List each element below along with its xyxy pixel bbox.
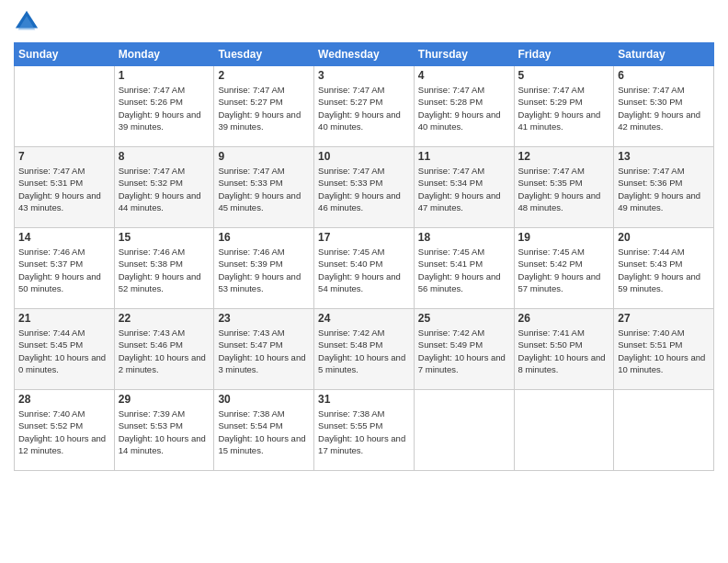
day-number: 24 (318, 312, 410, 325)
calendar-cell: 3Sunrise: 7:47 AMSunset: 5:27 PMDaylight… (314, 66, 415, 147)
day-number: 2 (218, 69, 310, 82)
cell-info: Sunrise: 7:47 AMSunset: 5:26 PMDaylight:… (119, 84, 210, 132)
day-number: 8 (119, 150, 210, 163)
calendar-cell: 31Sunrise: 7:38 AMSunset: 5:55 PMDayligh… (314, 390, 415, 471)
cell-info: Sunrise: 7:38 AMSunset: 5:54 PMDaylight:… (218, 408, 310, 456)
day-number: 22 (119, 312, 210, 325)
header (14, 9, 714, 35)
cell-info: Sunrise: 7:47 AMSunset: 5:29 PMDaylight:… (518, 84, 610, 132)
header-day-saturday: Saturday (614, 43, 714, 66)
day-number: 3 (318, 69, 410, 82)
page: SundayMondayTuesdayWednesdayThursdayFrid… (0, 0, 728, 563)
cell-info: Sunrise: 7:38 AMSunset: 5:55 PMDaylight:… (318, 408, 410, 456)
day-number: 12 (518, 150, 610, 163)
calendar-cell: 23Sunrise: 7:43 AMSunset: 5:47 PMDayligh… (214, 309, 314, 390)
week-row-2: 14Sunrise: 7:46 AMSunset: 5:37 PMDayligh… (15, 228, 714, 309)
cell-info: Sunrise: 7:47 AMSunset: 5:32 PMDaylight:… (119, 165, 210, 213)
cell-info: Sunrise: 7:45 AMSunset: 5:40 PMDaylight:… (318, 246, 410, 294)
day-number: 16 (218, 231, 310, 244)
calendar-cell: 21Sunrise: 7:44 AMSunset: 5:45 PMDayligh… (15, 309, 115, 390)
cell-info: Sunrise: 7:46 AMSunset: 5:39 PMDaylight:… (218, 246, 310, 294)
week-row-3: 21Sunrise: 7:44 AMSunset: 5:45 PMDayligh… (15, 309, 714, 390)
calendar-cell: 4Sunrise: 7:47 AMSunset: 5:28 PMDaylight… (414, 66, 514, 147)
cell-info: Sunrise: 7:45 AMSunset: 5:41 PMDaylight:… (418, 246, 510, 294)
day-number: 17 (318, 231, 410, 244)
header-day-thursday: Thursday (414, 43, 514, 66)
header-row: SundayMondayTuesdayWednesdayThursdayFrid… (15, 43, 714, 66)
calendar-table: SundayMondayTuesdayWednesdayThursdayFrid… (14, 42, 714, 471)
calendar-cell: 22Sunrise: 7:43 AMSunset: 5:46 PMDayligh… (114, 309, 214, 390)
calendar-cell: 1Sunrise: 7:47 AMSunset: 5:26 PMDaylight… (114, 66, 214, 147)
cell-info: Sunrise: 7:40 AMSunset: 5:52 PMDaylight:… (18, 408, 110, 456)
day-number: 27 (618, 312, 710, 325)
cell-info: Sunrise: 7:47 AMSunset: 5:31 PMDaylight:… (18, 165, 110, 213)
calendar-cell: 24Sunrise: 7:42 AMSunset: 5:48 PMDayligh… (314, 309, 415, 390)
cell-info: Sunrise: 7:46 AMSunset: 5:37 PMDaylight:… (18, 246, 110, 294)
cell-info: Sunrise: 7:47 AMSunset: 5:36 PMDaylight:… (618, 165, 710, 213)
week-row-0: 1Sunrise: 7:47 AMSunset: 5:26 PMDaylight… (15, 66, 714, 147)
calendar-cell: 8Sunrise: 7:47 AMSunset: 5:32 PMDaylight… (114, 147, 214, 228)
day-number: 7 (18, 150, 110, 163)
calendar-cell: 26Sunrise: 7:41 AMSunset: 5:50 PMDayligh… (514, 309, 614, 390)
day-number: 13 (618, 150, 710, 163)
calendar-cell (514, 390, 614, 471)
day-number: 18 (418, 231, 510, 244)
day-number: 6 (618, 69, 710, 82)
week-row-1: 7Sunrise: 7:47 AMSunset: 5:31 PMDaylight… (15, 147, 714, 228)
calendar-cell: 13Sunrise: 7:47 AMSunset: 5:36 PMDayligh… (614, 147, 714, 228)
cell-info: Sunrise: 7:47 AMSunset: 5:27 PMDaylight:… (218, 84, 310, 132)
day-number: 21 (18, 312, 110, 325)
calendar-cell: 19Sunrise: 7:45 AMSunset: 5:42 PMDayligh… (514, 228, 614, 309)
calendar-cell (414, 390, 514, 471)
day-number: 28 (18, 393, 110, 406)
day-number: 19 (518, 231, 610, 244)
cell-info: Sunrise: 7:43 AMSunset: 5:47 PMDaylight:… (218, 327, 310, 375)
calendar-cell: 12Sunrise: 7:47 AMSunset: 5:35 PMDayligh… (514, 147, 614, 228)
calendar-cell: 14Sunrise: 7:46 AMSunset: 5:37 PMDayligh… (15, 228, 115, 309)
logo-icon (14, 9, 40, 35)
calendar-cell: 6Sunrise: 7:47 AMSunset: 5:30 PMDaylight… (614, 66, 714, 147)
calendar-cell: 28Sunrise: 7:40 AMSunset: 5:52 PMDayligh… (15, 390, 115, 471)
header-day-wednesday: Wednesday (314, 43, 415, 66)
day-number: 11 (418, 150, 510, 163)
cell-info: Sunrise: 7:43 AMSunset: 5:46 PMDaylight:… (119, 327, 210, 375)
cell-info: Sunrise: 7:47 AMSunset: 5:33 PMDaylight:… (318, 165, 410, 213)
day-number: 10 (318, 150, 410, 163)
calendar-cell: 29Sunrise: 7:39 AMSunset: 5:53 PMDayligh… (114, 390, 214, 471)
cell-info: Sunrise: 7:40 AMSunset: 5:51 PMDaylight:… (618, 327, 710, 375)
calendar-cell: 25Sunrise: 7:42 AMSunset: 5:49 PMDayligh… (414, 309, 514, 390)
cell-info: Sunrise: 7:45 AMSunset: 5:42 PMDaylight:… (518, 246, 610, 294)
calendar-cell: 20Sunrise: 7:44 AMSunset: 5:43 PMDayligh… (614, 228, 714, 309)
calendar-cell: 2Sunrise: 7:47 AMSunset: 5:27 PMDaylight… (214, 66, 314, 147)
cell-info: Sunrise: 7:46 AMSunset: 5:38 PMDaylight:… (119, 246, 210, 294)
calendar-cell: 5Sunrise: 7:47 AMSunset: 5:29 PMDaylight… (514, 66, 614, 147)
cell-info: Sunrise: 7:41 AMSunset: 5:50 PMDaylight:… (518, 327, 610, 375)
cell-info: Sunrise: 7:47 AMSunset: 5:28 PMDaylight:… (418, 84, 510, 132)
logo (14, 9, 43, 35)
header-day-tuesday: Tuesday (214, 43, 314, 66)
cell-info: Sunrise: 7:42 AMSunset: 5:49 PMDaylight:… (418, 327, 510, 375)
calendar-cell: 15Sunrise: 7:46 AMSunset: 5:38 PMDayligh… (114, 228, 214, 309)
day-number: 9 (218, 150, 310, 163)
calendar-cell: 18Sunrise: 7:45 AMSunset: 5:41 PMDayligh… (414, 228, 514, 309)
calendar-cell: 30Sunrise: 7:38 AMSunset: 5:54 PMDayligh… (214, 390, 314, 471)
calendar-cell: 10Sunrise: 7:47 AMSunset: 5:33 PMDayligh… (314, 147, 415, 228)
cell-info: Sunrise: 7:47 AMSunset: 5:34 PMDaylight:… (418, 165, 510, 213)
day-number: 31 (318, 393, 410, 406)
calendar-cell: 17Sunrise: 7:45 AMSunset: 5:40 PMDayligh… (314, 228, 415, 309)
cell-info: Sunrise: 7:47 AMSunset: 5:35 PMDaylight:… (518, 165, 610, 213)
day-number: 20 (618, 231, 710, 244)
day-number: 30 (218, 393, 310, 406)
calendar-cell (15, 66, 115, 147)
cell-info: Sunrise: 7:39 AMSunset: 5:53 PMDaylight:… (119, 408, 210, 456)
cell-info: Sunrise: 7:47 AMSunset: 5:27 PMDaylight:… (318, 84, 410, 132)
cell-info: Sunrise: 7:42 AMSunset: 5:48 PMDaylight:… (318, 327, 410, 375)
cell-info: Sunrise: 7:47 AMSunset: 5:33 PMDaylight:… (218, 165, 310, 213)
day-number: 23 (218, 312, 310, 325)
cell-info: Sunrise: 7:44 AMSunset: 5:43 PMDaylight:… (618, 246, 710, 294)
header-day-monday: Monday (114, 43, 214, 66)
day-number: 14 (18, 231, 110, 244)
week-row-4: 28Sunrise: 7:40 AMSunset: 5:52 PMDayligh… (15, 390, 714, 471)
header-day-friday: Friday (514, 43, 614, 66)
header-day-sunday: Sunday (15, 43, 115, 66)
